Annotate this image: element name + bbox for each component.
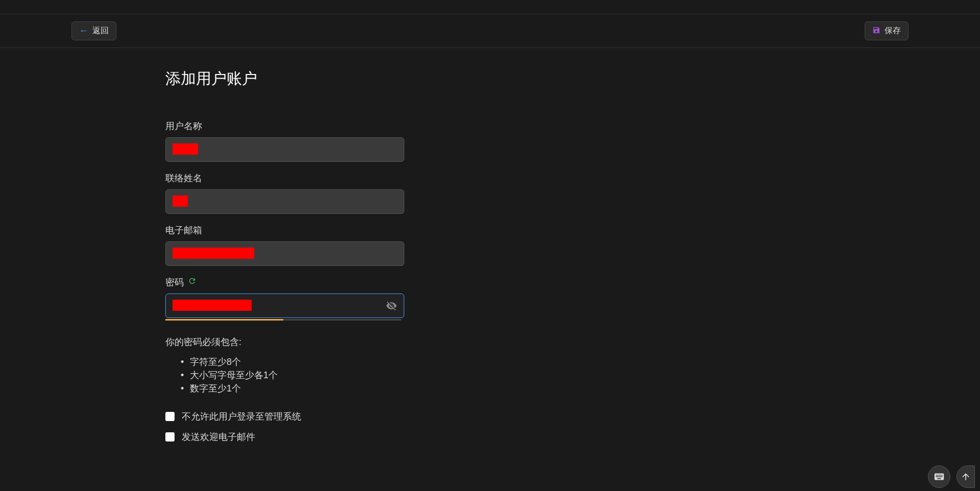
email-input-wrapper <box>165 241 404 266</box>
send-welcome-checkbox[interactable] <box>165 432 175 441</box>
contact-name-label: 联络姓名 <box>165 172 815 184</box>
content: 添加用户账户 用户名称 联络姓名 电子邮箱 密码 <box>0 48 980 472</box>
requirement-item: 数字至少1个 <box>181 382 404 395</box>
header-bar: ← 返回 保存 <box>0 14 980 48</box>
keyboard-icon <box>934 471 945 482</box>
scroll-top-button[interactable] <box>957 465 975 488</box>
password-requirements: 你的密码必须包含: 字符至少8个 大小写字母至少各1个 数字至少1个 <box>165 336 404 395</box>
back-button-label: 返回 <box>92 26 109 36</box>
contact-name-group: 联络姓名 <box>165 172 815 214</box>
disallow-login-checkbox[interactable] <box>165 412 175 421</box>
eye-off-icon[interactable] <box>386 300 397 311</box>
password-strength-bar <box>165 319 401 321</box>
keyboard-button[interactable] <box>928 465 950 488</box>
password-strength-fill <box>165 319 283 321</box>
save-button[interactable]: 保存 <box>865 21 909 40</box>
contact-name-input[interactable] <box>165 189 404 214</box>
redacted-overlay <box>173 195 188 207</box>
redacted-overlay <box>173 143 198 155</box>
redacted-overlay <box>173 300 252 311</box>
requirements-title: 你的密码必须包含: <box>165 336 404 348</box>
send-welcome-row: 发送欢迎电子邮件 <box>165 431 815 443</box>
password-label: 密码 <box>165 276 184 288</box>
top-bar <box>0 0 980 14</box>
back-button[interactable]: ← 返回 <box>71 21 116 40</box>
arrow-left-icon: ← <box>79 26 88 36</box>
contact-name-input-wrapper <box>165 189 404 214</box>
disallow-login-row: 不允许此用户登录至管理系统 <box>165 410 815 423</box>
password-group: 密码 <box>165 276 815 321</box>
send-welcome-label: 发送欢迎电子邮件 <box>182 431 255 443</box>
checkbox-group: 不允许此用户登录至管理系统 发送欢迎电子邮件 <box>165 410 815 443</box>
username-label: 用户名称 <box>165 120 815 132</box>
arrow-up-icon <box>961 472 971 482</box>
refresh-icon[interactable] <box>188 277 197 288</box>
password-input-wrapper <box>165 293 404 318</box>
requirement-item: 大小写字母至少各1个 <box>181 369 404 382</box>
username-input-wrapper <box>165 137 404 162</box>
requirement-item: 字符至少8个 <box>181 355 404 369</box>
username-input[interactable] <box>165 137 404 162</box>
email-label: 电子邮箱 <box>165 224 815 236</box>
save-icon <box>872 26 880 36</box>
redacted-overlay <box>173 248 254 259</box>
disallow-login-label: 不允许此用户登录至管理系统 <box>182 410 301 423</box>
save-button-label: 保存 <box>885 26 901 36</box>
page-title: 添加用户账户 <box>165 68 815 89</box>
email-group: 电子邮箱 <box>165 224 815 266</box>
floating-buttons <box>928 465 975 488</box>
requirements-list: 字符至少8个 大小写字母至少各1个 数字至少1个 <box>165 355 404 395</box>
username-group: 用户名称 <box>165 120 815 162</box>
password-label-row: 密码 <box>165 276 815 288</box>
